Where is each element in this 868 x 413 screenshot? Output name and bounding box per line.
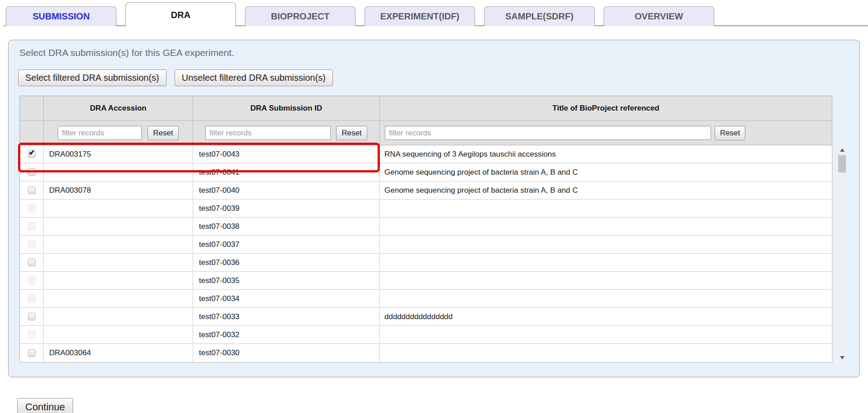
scroll-up-button[interactable]	[838, 145, 846, 154]
cell-dra-submission-id: test07-0035	[193, 272, 380, 289]
table-body: ✔ DRA003175 test07-0043 RNA sequencing o…	[19, 145, 832, 362]
cell-dra-submission-id: test07-0037	[193, 236, 380, 253]
cell-bioproject-title: Genome sequencing project of bacteria st…	[380, 181, 832, 199]
table-row[interactable]: ✔ DRA003064 test07-0030	[20, 344, 832, 362]
checkmark-icon: ✔	[29, 149, 35, 157]
cell-dra-submission-id: test07-0038	[193, 218, 380, 235]
filter-checkbox-column	[20, 121, 44, 145]
tab-dra[interactable]: DRA	[125, 2, 236, 27]
scroll-down-button[interactable]	[838, 353, 846, 362]
cell-dra-accession: DRA003175	[44, 145, 193, 163]
cell-dra-submission-id: test07-0033	[193, 308, 380, 325]
checkbox-cell: ✔	[20, 290, 44, 307]
table-row[interactable]: ✔ test07-0032	[20, 326, 832, 344]
table-row[interactable]: ✔ test07-0036	[20, 254, 832, 272]
filter-cell-title: Reset	[380, 121, 832, 145]
cell-dra-submission-id: test07-0032	[193, 326, 380, 343]
row-checkbox[interactable]: ✔	[28, 349, 36, 357]
checkbox-cell: ✔	[20, 326, 44, 343]
title-filter-reset-button[interactable]: Reset	[715, 126, 745, 140]
cell-dra-submission-id: test07-0041	[193, 163, 380, 181]
cell-dra-submission-id: test07-0034	[193, 290, 380, 307]
filter-row: Reset Reset Reset	[20, 121, 832, 145]
cell-dra-submission-id: test07-0030	[193, 344, 380, 362]
cell-bioproject-title	[380, 236, 832, 253]
checkbox-cell: ✔	[20, 145, 44, 163]
row-checkbox: ✔	[28, 277, 36, 284]
table-row[interactable]: ✔ test07-0038	[20, 218, 832, 236]
cell-dra-accession: DRA003078	[44, 181, 193, 199]
scrollbar-thumb[interactable]	[838, 155, 846, 172]
select-filtered-button[interactable]: Select filtered DRA submission(s)	[18, 70, 166, 86]
scrollbar-track[interactable]	[838, 145, 846, 362]
table-row[interactable]: ✔ DRA003175 test07-0043 RNA sequencing o…	[20, 145, 832, 163]
cell-dra-accession	[44, 290, 193, 307]
bulk-action-row: Select filtered DRA submission(s) Unsele…	[18, 70, 854, 86]
filter-cell-submission-id: Reset	[193, 121, 380, 145]
accession-filter-reset-button[interactable]: Reset	[148, 126, 178, 140]
title-filter-input[interactable]	[385, 126, 711, 140]
cell-dra-submission-id: test07-0036	[193, 254, 380, 271]
header-dra-submission-id: DRA Submission ID	[193, 96, 380, 121]
submission-id-filter-reset-button[interactable]: Reset	[336, 126, 367, 140]
arrow-down-icon	[840, 356, 845, 359]
checkbox-cell: ✔	[20, 200, 44, 217]
tab-submission[interactable]: SUBMISSION	[6, 6, 116, 26]
row-checkbox: ✔	[28, 331, 36, 339]
row-checkbox[interactable]: ✔	[28, 168, 36, 176]
checkbox-cell: ✔	[20, 236, 44, 253]
row-checkbox: ✔	[28, 295, 36, 302]
cell-dra-accession	[44, 200, 193, 217]
checkbox-cell: ✔	[20, 344, 44, 362]
cell-bioproject-title	[380, 272, 832, 289]
header-row: DRA Accession DRA Submission ID Title of…	[20, 96, 832, 121]
filter-cell-accession: Reset	[44, 121, 193, 145]
row-checkbox[interactable]: ✔	[28, 259, 36, 266]
row-checkbox[interactable]: ✔	[28, 150, 36, 158]
checkbox-cell: ✔	[20, 272, 44, 289]
cell-dra-accession	[44, 236, 193, 253]
cell-bioproject-title: dddddddddddddddd	[380, 308, 832, 325]
table-header: DRA Accession DRA Submission ID Title of…	[19, 96, 832, 145]
header-bioproject-title: Title of BioProject referenced	[380, 96, 832, 121]
submission-id-filter-input[interactable]	[205, 126, 331, 140]
header-dra-accession: DRA Accession	[44, 96, 193, 121]
unselect-filtered-button[interactable]: Unselect filtered DRA submission(s)	[175, 70, 333, 86]
cell-bioproject-title	[380, 326, 832, 343]
tab-overview[interactable]: OVERVIEW	[604, 6, 714, 26]
continue-button[interactable]: Continue	[17, 398, 73, 413]
table-row[interactable]: ✔ DRA003078 test07-0040 Genome sequencin…	[20, 181, 832, 200]
tab-sample-sdrf[interactable]: SAMPLE(SDRF)	[484, 6, 595, 26]
checkbox-cell: ✔	[20, 163, 44, 181]
dra-table: DRA Accession DRA Submission ID Title of…	[19, 96, 846, 362]
table-row[interactable]: ✔ test07-0034	[20, 290, 832, 308]
cell-bioproject-title	[380, 218, 832, 235]
cell-bioproject-title: Genome sequencing project of bacteria st…	[380, 163, 832, 181]
accession-filter-input[interactable]	[58, 126, 142, 140]
table-row[interactable]: ✔ test07-0041 Genome sequencing project …	[20, 163, 832, 181]
cell-dra-submission-id: test07-0043	[193, 145, 380, 163]
row-checkbox: ✔	[28, 204, 36, 212]
cell-dra-accession	[44, 254, 193, 271]
row-checkbox[interactable]: ✔	[28, 186, 36, 194]
tab-experiment-idf[interactable]: EXPERIMENT(IDF)	[365, 6, 475, 26]
page: SUBMISSION DRA BIOPROJECT EXPERIMENT(IDF…	[0, 0, 868, 413]
cell-bioproject-title	[380, 200, 832, 217]
cell-dra-accession: DRA003064	[44, 344, 193, 362]
checkbox-cell: ✔	[20, 254, 44, 271]
cell-dra-accession	[44, 163, 193, 181]
dra-selection-panel: Select DRA submission(s) for this GEA ex…	[8, 40, 860, 377]
cell-dra-submission-id: test07-0040	[193, 181, 380, 199]
tab-bioproject[interactable]: BIOPROJECT	[245, 6, 356, 26]
header-checkbox-column	[20, 96, 44, 121]
row-checkbox: ✔	[28, 241, 36, 248]
table-row[interactable]: ✔ test07-0033 dddddddddddddddd	[20, 308, 832, 326]
cell-bioproject-title	[380, 254, 832, 271]
table-row[interactable]: ✔ test07-0035	[20, 272, 832, 290]
row-checkbox[interactable]: ✔	[28, 313, 36, 320]
arrow-up-icon	[840, 148, 845, 152]
table-row[interactable]: ✔ test07-0037	[20, 236, 832, 254]
cell-bioproject-title	[380, 344, 832, 362]
cell-dra-accession	[44, 326, 193, 343]
table-row[interactable]: ✔ test07-0039	[20, 200, 832, 218]
